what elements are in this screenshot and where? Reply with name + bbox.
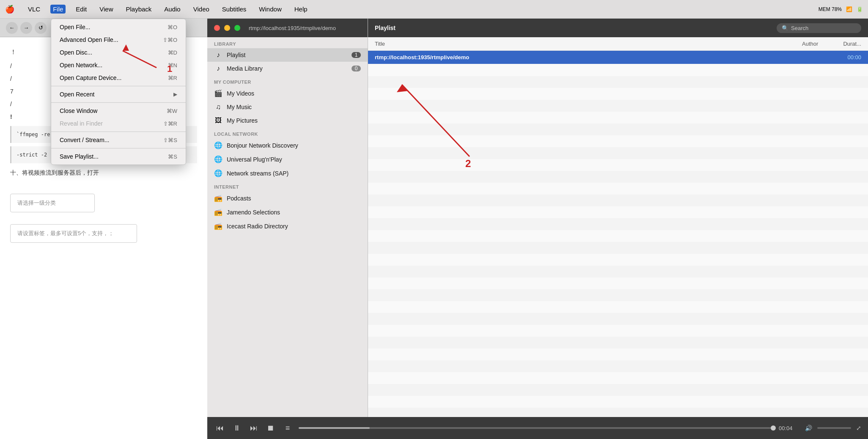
playlist-row-0[interactable]: rtmp://localhost:1935/rtmplive/demo 00:0… xyxy=(368,51,868,64)
volume-slider[interactable] xyxy=(817,427,851,429)
menubar-item-video[interactable]: Video xyxy=(191,5,212,14)
menu-save-playlist[interactable]: Save Playlist... ⌘S xyxy=(51,150,186,163)
vlc-playlist-panel: Playlist 🔍 Search Title Author Durat... … xyxy=(368,19,868,439)
column-author: Author xyxy=(802,41,836,47)
sidebar-my-videos-label: My Videos xyxy=(227,90,254,97)
playlist-column-headers: Title Author Durat... xyxy=(368,37,868,51)
volume-icon[interactable]: 🔊 xyxy=(805,425,812,431)
menu-advanced-open-file[interactable]: Advanced Open File... ⇧⌘O xyxy=(51,33,186,46)
bg-nav: ← → ↺ xyxy=(6,22,47,34)
progress-handle[interactable] xyxy=(771,425,776,431)
playlist-icon: ♪ xyxy=(214,51,222,59)
menubar-item-playback[interactable]: Playback xyxy=(123,5,154,14)
sidebar-jamendo-label: Jamendo Selections xyxy=(227,209,280,216)
back-button[interactable]: ← xyxy=(6,22,18,34)
sidebar-item-network-streams[interactable]: 🌐 Network streams (SAP) xyxy=(207,166,368,180)
playlist-row-title-0: rtmp://localhost:1935/rtmplive/demo xyxy=(375,54,802,60)
tag-input-field[interactable]: 请设置标签，最多可设置5个，支持，； xyxy=(10,224,137,243)
sidebar-section-local-network: LOCAL NETWORK xyxy=(207,127,368,138)
my-music-icon: ♫ xyxy=(214,103,222,111)
sidebar-item-my-music[interactable]: ♫ My Music xyxy=(207,100,368,114)
sidebar-bonjour-label: Bonjour Network Discovery xyxy=(227,142,298,149)
menu-convert-stream[interactable]: Convert / Stream... ⇧⌘S xyxy=(51,134,186,146)
menu-open-network[interactable]: Open Network... ⌘N xyxy=(51,59,186,71)
my-videos-icon: 🎬 xyxy=(214,89,222,97)
playlist-row-duration-0: 00:00 xyxy=(836,54,861,60)
sidebar-item-playlist[interactable]: ♪ Playlist 1 xyxy=(207,48,368,62)
bonjour-icon: 🌐 xyxy=(214,141,222,149)
my-pictures-icon: 🖼 xyxy=(214,117,222,124)
fullscreen-button[interactable]: ⤢ xyxy=(856,425,861,431)
sidebar-media-library-label: Media Library xyxy=(227,65,263,72)
menubar-item-subtitles[interactable]: Subtitles xyxy=(220,5,249,14)
menubar-item-file[interactable]: File xyxy=(50,5,66,14)
playlist-badge: 1 xyxy=(352,52,361,58)
progress-bar[interactable] xyxy=(299,427,774,429)
battery-icon: 🔋 xyxy=(857,6,863,12)
menubar: 🍎 VLC File Edit View Playback Audio Vide… xyxy=(0,0,868,19)
sidebar-upnp-label: Universal Plug'n'Play xyxy=(227,156,282,163)
menubar-item-help[interactable]: Help xyxy=(292,5,310,14)
menubar-item-view[interactable]: View xyxy=(97,5,115,14)
menubar-item-audio[interactable]: Audio xyxy=(162,5,183,14)
icecast-icon: 📻 xyxy=(214,222,222,230)
menu-divider-3 xyxy=(51,132,186,132)
menu-divider-1 xyxy=(51,86,186,86)
fast-forward-button[interactable]: ⏭ xyxy=(248,424,260,433)
file-menu: Open File... ⌘O Advanced Open File... ⇧⌘… xyxy=(51,19,186,165)
sidebar-item-media-library[interactable]: ♪ Media Library 0 xyxy=(207,62,368,75)
sidebar-network-streams-label: Network streams (SAP) xyxy=(227,170,288,177)
traffic-light-red[interactable] xyxy=(214,25,220,31)
forward-button[interactable]: → xyxy=(20,22,32,34)
menubar-item-window[interactable]: Window xyxy=(256,5,284,14)
sidebar-item-podcasts[interactable]: 📻 Podcasts xyxy=(207,191,368,205)
sidebar-item-my-pictures[interactable]: 🖼 My Pictures xyxy=(207,114,368,127)
sidebar-item-jamendo[interactable]: 📻 Jamendo Selections xyxy=(207,205,368,219)
mem-display: MEM 78% xyxy=(819,6,842,12)
apple-menu-icon[interactable]: 🍎 xyxy=(5,5,14,14)
stop-button[interactable]: ⏹ xyxy=(265,424,277,433)
sidebar-item-upnp[interactable]: 🌐 Universal Plug'n'Play xyxy=(207,152,368,166)
sidebar-item-my-videos[interactable]: 🎬 My Videos xyxy=(207,86,368,100)
sidebar-section-my-computer: MY COMPUTER xyxy=(207,75,368,86)
rewind-button[interactable]: ⏮ xyxy=(214,424,226,433)
jamendo-icon: 📻 xyxy=(214,208,222,216)
menubar-item-vlc[interactable]: VLC xyxy=(25,5,43,14)
sidebar-icecast-label: Icecast Radio Directory xyxy=(227,223,288,230)
menu-open-file[interactable]: Open File... ⌘O xyxy=(51,21,186,33)
category-select[interactable]: 请选择一级分类 xyxy=(10,194,95,212)
transport-bar: ⏮ ⏸ ⏭ ⏹ ≡ 00:04 🔊 ⤢ xyxy=(207,417,868,439)
playlist-toggle-button[interactable]: ≡ xyxy=(282,424,294,433)
menu-close-window[interactable]: Close Window ⌘W xyxy=(51,104,186,117)
sidebar-item-bonjour[interactable]: 🌐 Bonjour Network Discovery xyxy=(207,138,368,152)
vlc-sidebar-panel: rtmp://localhost:1935/rtmplive/demo LIBR… xyxy=(207,19,368,439)
chinese-text1: 十、将视频推流到服务器后，打开 xyxy=(10,167,197,178)
menu-open-recent[interactable]: Open Recent ▶ xyxy=(51,88,186,101)
menubar-item-edit[interactable]: Edit xyxy=(73,5,89,14)
search-input[interactable]: Search xyxy=(791,25,856,31)
menu-open-capture[interactable]: Open Capture Device... ⌘R xyxy=(51,71,186,84)
time-display: 00:04 xyxy=(779,425,800,431)
vlc-sidebar-header: rtmp://localhost:1935/rtmplive/demo xyxy=(207,19,368,37)
refresh-button[interactable]: ↺ xyxy=(35,22,47,34)
pause-button[interactable]: ⏸ xyxy=(231,424,243,433)
menu-divider-4 xyxy=(51,148,186,148)
search-box[interactable]: 🔍 Search xyxy=(777,23,861,33)
playlist-header: Playlist 🔍 Search xyxy=(368,19,868,37)
sidebar-section-library: LIBRARY xyxy=(207,37,368,48)
column-title: Title xyxy=(375,41,802,47)
traffic-light-yellow[interactable] xyxy=(224,25,230,31)
sidebar-item-icecast[interactable]: 📻 Icecast Radio Directory xyxy=(207,219,368,233)
playlist-empty-area xyxy=(368,64,868,439)
media-library-badge: 0 xyxy=(352,66,361,71)
sidebar-section-internet: INTERNET xyxy=(207,180,368,191)
menu-divider-2 xyxy=(51,102,186,103)
podcasts-icon: 📻 xyxy=(214,194,222,202)
network-streams-icon: 🌐 xyxy=(214,169,222,177)
progress-fill xyxy=(299,427,370,429)
media-library-icon: ♪ xyxy=(214,65,222,72)
menu-open-disc[interactable]: Open Disc... ⌘D xyxy=(51,46,186,59)
upnp-icon: 🌐 xyxy=(214,155,222,163)
sidebar-my-pictures-label: My Pictures xyxy=(227,117,258,124)
traffic-light-green[interactable] xyxy=(234,25,240,31)
